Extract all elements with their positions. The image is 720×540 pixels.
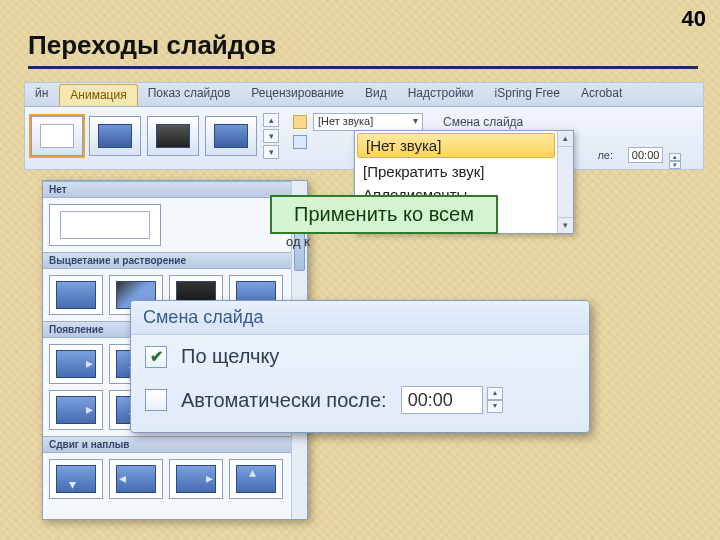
transition-thumb[interactable] [147,116,199,156]
tab-acrobat[interactable]: Acrobat [571,83,633,106]
auto-time-spin-down[interactable]: ▾ [487,400,503,413]
tab-animation[interactable]: Анимация [59,84,137,106]
page-number: 40 [682,6,706,32]
callout-tail-text: од к [286,234,310,249]
transition-thumb[interactable] [205,116,257,156]
time-spin-up[interactable]: ▴ [669,153,681,161]
gallery-scroll-down[interactable]: ▾ [263,129,279,143]
ribbon-after-time-field[interactable]: 00:00 [628,147,664,163]
transition-gallery-row: ▴ ▾ ▾ [31,113,279,159]
sound-scroll-down[interactable]: ▾ [558,217,573,233]
page-title: Переходы слайдов [28,30,276,61]
on-click-checkbox[interactable] [145,346,167,368]
title-underline [28,66,698,69]
gallery-section-push: Сдвиг и наплыв [43,436,307,453]
gallery-scroll-buttons: ▴ ▾ ▾ [263,113,279,159]
advance-panel-header: Смена слайда [131,301,589,335]
gallery-section-fade: Выцветание и растворение [43,252,307,269]
gallery-thumb-none[interactable] [49,204,161,246]
tab-slideshow[interactable]: Показ слайдов [138,83,242,106]
auto-after-row: Автоматически после: ▴ ▾ [145,386,575,414]
tab-design[interactable]: йн [25,83,59,106]
ribbon-after-time: 00:00 ▴▾ [628,147,681,169]
auto-after-time-field[interactable] [401,386,483,414]
gallery-thumb[interactable]: ▸ [169,459,223,499]
transition-none-thumb[interactable] [31,116,83,156]
gallery-section-none: Нет [43,181,307,198]
gallery-scroll-up[interactable]: ▴ [263,113,279,127]
gallery-thumb[interactable] [49,275,103,315]
sound-list-scrollbar[interactable]: ▴ ▾ [557,131,573,233]
transition-sound-combo[interactable]: [Нет звука] [313,113,423,131]
tab-review[interactable]: Рецензирование [241,83,355,106]
gallery-thumb[interactable]: ▸ [49,390,103,430]
gallery-thumb[interactable]: ▾ [49,459,103,499]
tab-view[interactable]: Вид [355,83,398,106]
gallery-more[interactable]: ▾ [263,145,279,159]
gallery-thumb[interactable]: ◂ [109,459,163,499]
auto-after-short-label: ле: [597,149,613,161]
sound-item-none[interactable]: [Нет звука] [357,133,555,158]
apply-to-all-callout: Применить ко всем [270,195,498,234]
advance-slide-panel: Смена слайда По щелчку Автоматически пос… [130,300,590,433]
gallery-thumb[interactable]: ▴ [229,459,283,499]
tab-ispring[interactable]: iSpring Free [485,83,571,106]
sound-scroll-up[interactable]: ▴ [558,131,573,147]
on-click-label: По щелчку [181,345,279,368]
time-spin-down[interactable]: ▾ [669,161,681,169]
auto-after-time: ▴ ▾ [401,386,503,414]
ribbon-tabs: йн Анимация Показ слайдов Рецензирование… [25,83,703,107]
transition-thumb[interactable] [89,116,141,156]
advance-group-label: Смена слайда [443,115,523,129]
sound-icon [293,115,307,129]
speed-icon [293,135,307,149]
sound-item-stop[interactable]: [Прекратить звук] [355,160,557,183]
on-click-row: По щелчку [145,345,575,368]
tab-addins[interactable]: Надстройки [398,83,485,106]
auto-after-label: Автоматически после: [181,389,387,412]
gallery-thumb[interactable]: ▸ [49,344,103,384]
auto-time-spin-up[interactable]: ▴ [487,387,503,400]
auto-after-checkbox[interactable] [145,389,167,411]
